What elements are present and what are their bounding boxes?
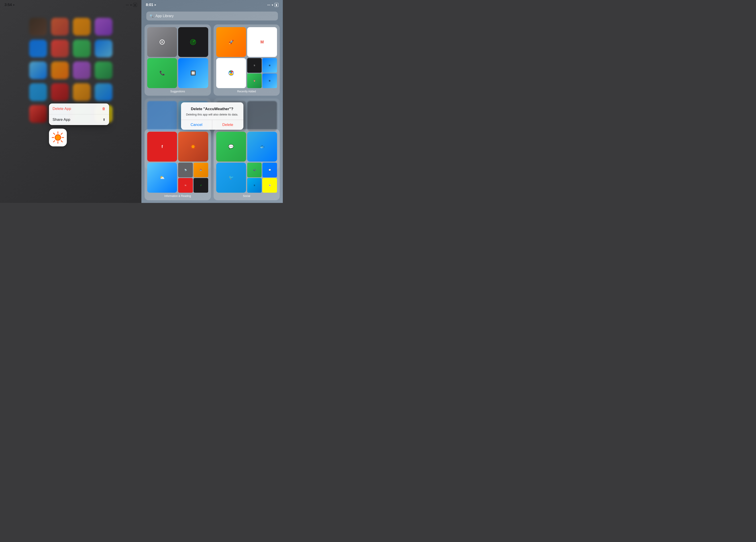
share-icon: ⬆ xyxy=(103,118,106,122)
delete-app-menu-item[interactable]: Delete App 🗑 xyxy=(49,104,109,114)
social-label: Social xyxy=(216,195,277,198)
extra-folder[interactable]: ● 🔲 xyxy=(214,203,280,203)
left-panel: 3:54 ➤ ••• ▾ ▮ Delete App 🗑 Share App ⬆ xyxy=(0,0,141,203)
messages-icon: 💬 xyxy=(216,132,246,162)
delete-app-label: Delete App xyxy=(53,107,71,111)
status-bar-left: 3:54 ➤ ••• ▾ ▮ xyxy=(0,3,141,7)
svg-point-9 xyxy=(56,135,60,140)
trash-icon: 🗑 xyxy=(102,107,106,111)
dots-icon-right: ••• xyxy=(267,4,270,6)
dialog-body: Delete "AccuWeather"? Deleting this app … xyxy=(181,102,243,120)
info-reading-grid: f xyxy=(147,132,208,193)
search-icon: 🔍 xyxy=(149,14,154,18)
location-icon-right: ➤ xyxy=(154,3,156,6)
news-mini: N xyxy=(178,178,193,193)
fish-icon: 🐟 xyxy=(247,132,277,162)
weather-icon: ⛅ xyxy=(147,163,177,193)
svg-line-5 xyxy=(53,133,55,134)
bottom-section: f xyxy=(145,129,280,203)
twitter-icon: 🐦 xyxy=(216,163,246,193)
location-icon-left: ➤ xyxy=(13,3,15,6)
social-mini-group: 📹 💬 S 👻 xyxy=(247,163,277,193)
skype-mini: S xyxy=(247,178,262,193)
social-folder[interactable]: 💬 🐟 🐦 📹 💬 S xyxy=(214,129,280,200)
podcast-mini: 📡 xyxy=(178,163,193,177)
wifi-icon-left: ▾ xyxy=(130,3,132,7)
info-reading-label: Information & Reading xyxy=(147,195,208,198)
battery-icon-right: ▮ xyxy=(275,3,278,7)
svg-line-26 xyxy=(191,148,192,148)
svg-line-6 xyxy=(61,141,62,142)
dots-icon-left: ••• xyxy=(126,4,129,6)
search-placeholder: App Library xyxy=(155,14,174,18)
right-panel: 8:01 ➤ ••• ▾ ▮ 🔍 App Library xyxy=(141,0,283,203)
search-bar[interactable]: 🔍 App Library xyxy=(146,12,278,20)
shopping-folder[interactable]: eBay 🛍 🦉 xyxy=(145,203,211,203)
share-app-menu-item[interactable]: Share App ⬆ xyxy=(49,114,109,125)
info-mini-group: 📡 📚 N ↗ xyxy=(178,163,208,193)
svg-line-23 xyxy=(191,145,192,146)
delete-dialog: Delete "AccuWeather"? Deleting this app … xyxy=(181,102,243,130)
stocks-mini: ↗ xyxy=(194,178,208,193)
time-left: 3:54 xyxy=(4,3,12,7)
books-mini: 📚 xyxy=(194,163,208,177)
folder-row-4: eBay 🛍 🦉 xyxy=(145,203,280,203)
time-right: 8:01 xyxy=(146,3,153,7)
wifi-icon-right: ▾ xyxy=(272,3,273,7)
flipboard-icon: f xyxy=(147,132,177,162)
accuweather-icon xyxy=(178,132,208,162)
svg-line-25 xyxy=(194,145,195,146)
status-bar-right: 8:01 ➤ ••• ▾ ▮ xyxy=(141,3,283,7)
share-app-label: Share App xyxy=(53,118,70,122)
context-menu: Delete App 🗑 Share App ⬆ xyxy=(49,104,109,125)
info-reading-folder[interactable]: f xyxy=(145,129,211,200)
snapchat-mini: 👻 xyxy=(262,178,277,193)
cancel-button[interactable]: Cancel xyxy=(181,120,212,130)
status-icons-right: ••• ▾ ▮ xyxy=(267,3,278,7)
accuweather-app-icon xyxy=(49,129,67,146)
svg-line-24 xyxy=(194,148,195,148)
svg-line-8 xyxy=(53,141,55,142)
dialog-actions: Cancel Delete xyxy=(181,120,243,130)
delete-button[interactable]: Delete xyxy=(212,120,243,130)
blurred-app-grid xyxy=(0,0,141,203)
svg-line-7 xyxy=(61,133,62,134)
battery-icon-left: ▮ xyxy=(133,3,137,7)
social-grid: 💬 🐟 🐦 📹 💬 S xyxy=(216,132,277,193)
dialog-title: Delete "AccuWeather"? xyxy=(185,107,240,111)
folder-row-3: f xyxy=(145,129,280,200)
facetime-mini: 📹 xyxy=(247,163,262,177)
fbmsg-mini: 💬 xyxy=(262,163,277,177)
dialog-message: Deleting this app will also delete its d… xyxy=(185,113,240,117)
status-icons-left: ••• ▾ ▮ xyxy=(126,3,137,7)
